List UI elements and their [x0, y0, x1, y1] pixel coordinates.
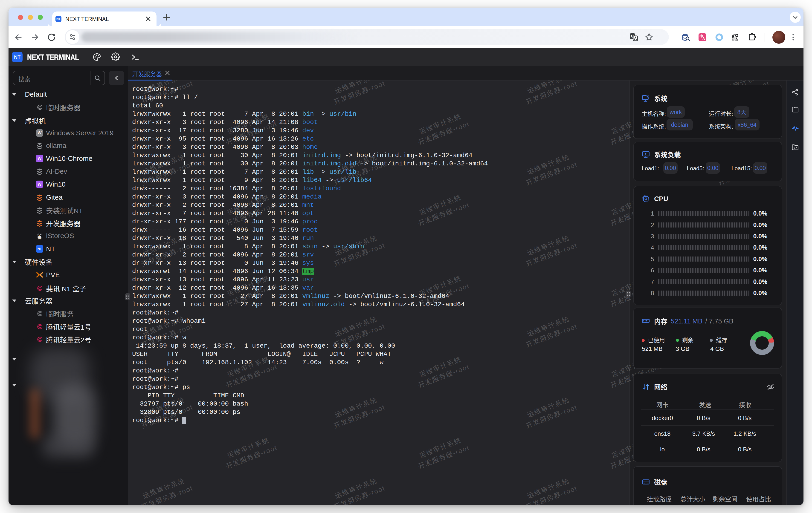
svg-text:A: A [702, 37, 705, 41]
